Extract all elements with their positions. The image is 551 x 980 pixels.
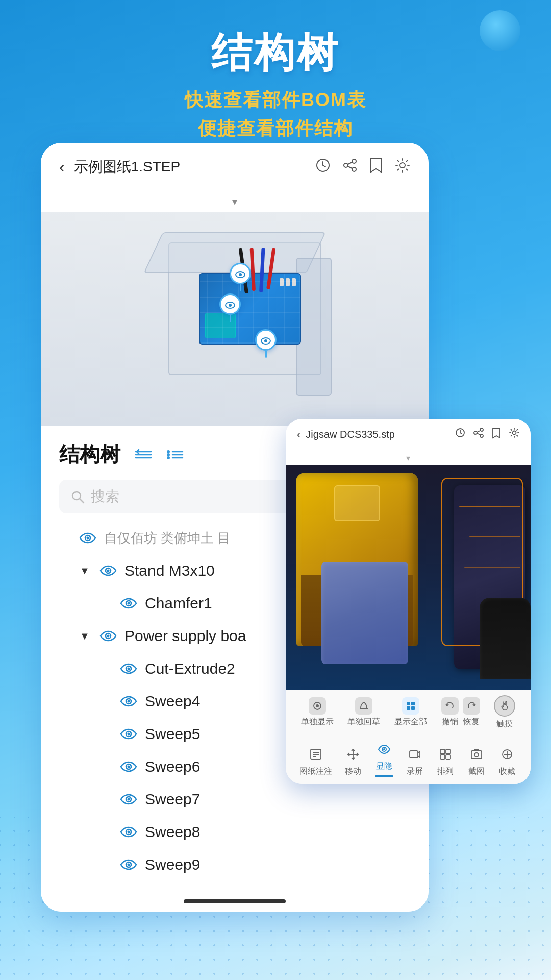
eye-icon-stand[interactable]	[99, 561, 117, 580]
eye-icon-root[interactable]	[79, 529, 97, 547]
toolbar-item-move[interactable]: 移动	[343, 745, 363, 777]
jigsaw-black-handle	[480, 598, 531, 679]
touch-label: 触摸	[496, 719, 513, 729]
pin-tail-3	[265, 351, 267, 358]
toolbar-item-undo[interactable]: 撤销	[441, 697, 459, 727]
toolbar-item-solo-display[interactable]: 单独显示	[301, 697, 334, 727]
second-back-button[interactable]: ‹	[297, 428, 300, 442]
svg-point-27	[107, 570, 110, 572]
tree-expand-icon[interactable]	[166, 448, 184, 462]
svg-rect-57	[411, 702, 415, 705]
undo-icon	[441, 697, 459, 715]
toolbar-item-solo-grass[interactable]: 单独回草	[347, 697, 380, 727]
eye-icon-sweep5[interactable]	[119, 725, 138, 743]
arrange-label: 排列	[437, 766, 454, 777]
second-card-topbar-icons	[455, 428, 519, 442]
toolbar-item-show-all[interactable]: 显示全部	[394, 697, 427, 727]
toolbar-item-arrange[interactable]: 排列	[436, 745, 455, 777]
tree-collapse-icon[interactable]	[135, 448, 152, 462]
toolbar-item-touch[interactable]: 触摸	[494, 695, 515, 729]
svg-point-3	[352, 167, 356, 172]
undo-redo-group: 撤销 恢复	[441, 697, 480, 727]
eye-icon-sweep7[interactable]	[119, 790, 138, 808]
svg-rect-66	[410, 751, 418, 758]
eye-icon-power[interactable]	[99, 627, 117, 645]
svg-rect-70	[446, 755, 450, 760]
svg-point-21	[167, 456, 170, 459]
jigsaw-highlight-2	[469, 536, 520, 537]
tree-section-title: 结构树	[59, 440, 120, 469]
second-settings-icon[interactable]	[509, 428, 519, 442]
history-icon[interactable]	[315, 158, 331, 177]
bookmark-icon[interactable]	[369, 158, 383, 177]
tree-item-sweep6-text: Sweep6	[145, 758, 200, 775]
svg-point-54	[316, 704, 319, 707]
svg-point-29	[128, 602, 130, 605]
toolbar-item-annotation[interactable]: 图纸注注	[299, 745, 332, 777]
main-card-topbar-icons	[315, 158, 410, 177]
home-bar	[184, 899, 286, 903]
eye-icon-sweep4[interactable]	[119, 692, 138, 710]
toolbar-item-favorite[interactable]: 收藏	[497, 745, 517, 777]
tree-expand-arrow-stand[interactable]: ▼	[80, 565, 94, 577]
second-dropdown-arrow: ▾	[286, 451, 531, 465]
3d-model-area	[41, 212, 429, 426]
pin-bubble-2	[219, 293, 241, 315]
svg-point-47	[480, 428, 483, 431]
location-pin-3	[255, 329, 277, 358]
tree-item-cut-extrude-text: Cut-Extrude2	[145, 660, 235, 677]
svg-point-1	[352, 159, 356, 163]
show-all-icon	[402, 697, 419, 715]
toolbar-item-visibility[interactable]: 显隐	[374, 740, 394, 777]
eye-icon-chamfer[interactable]	[119, 594, 138, 612]
svg-point-10	[229, 304, 232, 307]
move-icon	[343, 745, 363, 764]
svg-line-4	[348, 162, 352, 164]
toolbar-item-redo[interactable]: 恢复	[463, 697, 480, 727]
eye-icon-sweep6[interactable]	[119, 757, 138, 776]
tree-item-sweep7[interactable]: Sweep7	[59, 783, 410, 816]
second-bookmark-icon[interactable]	[492, 428, 501, 442]
toolbar-item-record[interactable]: 录屏	[405, 745, 424, 777]
second-toolbar-bottom: 图纸注注 移动 显隐	[286, 734, 531, 784]
second-share-icon[interactable]	[473, 428, 484, 442]
visibility-icon	[374, 740, 394, 759]
home-indicator	[41, 891, 429, 912]
svg-point-41	[128, 798, 130, 801]
tree-item-sweep9[interactable]: Sweep9	[59, 848, 410, 881]
toolbar-item-screenshot[interactable]: 截图	[467, 745, 486, 777]
record-icon	[405, 745, 424, 764]
svg-point-49	[480, 434, 483, 437]
record-label: 录屏	[407, 766, 423, 777]
second-toolbar-top: 单独显示 单独回草 显示全部	[286, 690, 531, 734]
redo-label: 恢复	[463, 717, 480, 727]
move-label: 移动	[345, 766, 361, 777]
tree-item-sweep8-text: Sweep8	[145, 823, 200, 841]
eye-icon-sweep9[interactable]	[119, 855, 138, 874]
svg-point-25	[87, 537, 89, 540]
tree-item-sweep8[interactable]: Sweep8	[59, 816, 410, 848]
jigsaw-purple-body	[321, 562, 408, 664]
back-button[interactable]: ‹	[59, 158, 65, 177]
eye-icon-sweep8[interactable]	[119, 823, 138, 841]
solo-display-label: 单独显示	[301, 717, 334, 727]
share-icon[interactable]	[343, 158, 357, 176]
show-all-label: 显示全部	[394, 717, 427, 727]
settings-icon[interactable]	[395, 158, 410, 177]
solo-grass-label: 单独回草	[347, 717, 380, 727]
jigsaw-highlight-3	[464, 567, 520, 568]
tree-item-root-text: 自仅佰坊 类俯坤土 目	[104, 529, 231, 547]
svg-point-39	[128, 766, 130, 768]
svg-point-33	[128, 668, 130, 670]
eye-icon-cut-extrude[interactable]	[119, 659, 138, 678]
card-dropdown-arrow: ▾	[41, 191, 429, 212]
svg-point-48	[474, 431, 477, 434]
second-history-icon[interactable]	[455, 428, 465, 442]
location-pin-2	[219, 293, 241, 322]
tree-item-sweep7-text: Sweep7	[145, 791, 200, 808]
tree-expand-arrow-power[interactable]: ▼	[80, 630, 94, 642]
page-subtitle: 快速查看部件BOM表 便捷查看部件结构	[0, 86, 551, 143]
second-card-filename: Jigsaw DCS335.stp	[306, 429, 455, 440]
undo-label: 撤销	[442, 717, 458, 727]
svg-rect-67	[440, 749, 445, 754]
